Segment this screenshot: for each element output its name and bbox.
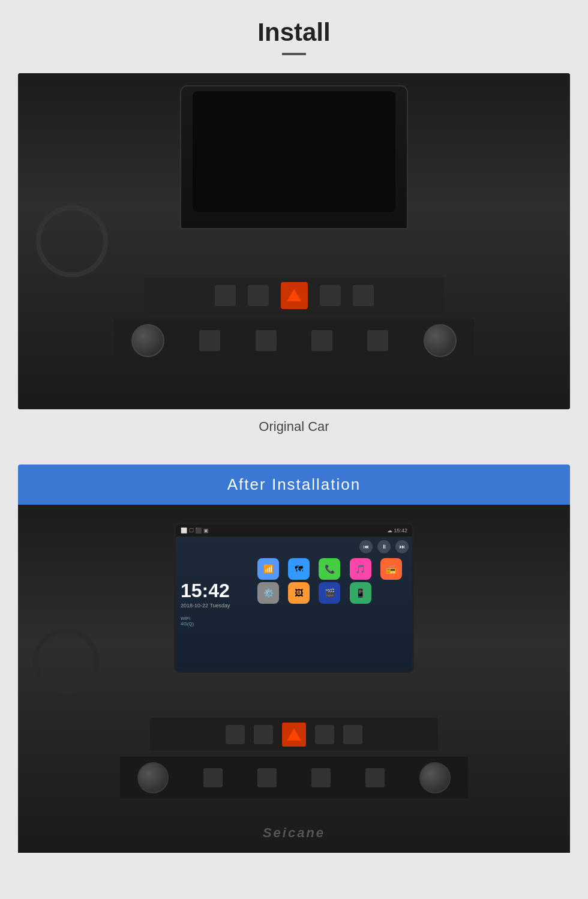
small-btn-2: [256, 330, 277, 351]
screen-status-bar: ⬜ ☐ ⬛ ▣ ☁ 15:42: [176, 525, 412, 537]
after-knob-left: [137, 762, 169, 793]
hazard-button: [281, 282, 308, 309]
next-track-btn: ⏭: [395, 540, 409, 553]
original-screen: [193, 91, 395, 212]
knob-right: [424, 324, 457, 357]
app-icon-onsetting: 📱: [350, 582, 371, 604]
after-installation-image: ⬜ ☐ ⬛ ▣ ☁ 15:42 15:42 2018-10-22 Tuesday…: [18, 505, 570, 853]
after-btn-3: [315, 725, 334, 744]
screen-date: 2018-10-22 Tuesday: [181, 603, 249, 609]
small-btn-3: [311, 330, 332, 351]
original-car-image: [18, 73, 570, 409]
after-btn-1: [226, 725, 245, 744]
screen-main: 15:42 2018-10-22 Tuesday WiFi 4G(Q) ⏮ ⏸: [176, 537, 412, 671]
after-btn-2: [254, 725, 273, 744]
prev-track-btn: ⏮: [359, 540, 373, 553]
after-installation-section: After Installation ⬜ ☐ ⬛ ▣ ☁ 15:42 15:42…: [18, 465, 570, 853]
steering-wheel: [36, 205, 108, 277]
app-icon-wallpaper: 🖼: [288, 582, 310, 604]
page-wrapper: Install: [0, 0, 588, 889]
original-car-caption: Original Car: [259, 419, 329, 434]
infotainment-screen: ⬜ ☐ ⬛ ▣ ☁ 15:42 15:42 2018-10-22 Tuesday…: [174, 523, 414, 673]
hazard-triangle-icon: [287, 289, 301, 301]
after-hazard-icon: [287, 729, 301, 741]
after-btn-4: [343, 725, 362, 744]
title-underline: [282, 53, 306, 55]
after-controls-row: [150, 718, 438, 751]
app-icon-wifi: 📶: [257, 558, 279, 580]
signal-label: 4G(Q): [181, 621, 249, 627]
app-grid: 📶 🗺 📞 🎵 📻 ⚙️ 🖼 🎬 📱: [257, 558, 409, 604]
ctrl-btn-3: [320, 285, 341, 306]
ctrl-btn-1: [215, 285, 236, 306]
dashboard-after: ⬜ ☐ ⬛ ▣ ☁ 15:42 15:42 2018-10-22 Tuesday…: [18, 505, 570, 853]
ctrl-btn-2: [248, 285, 269, 306]
after-knob-row: [120, 757, 468, 799]
page-title: Install: [257, 18, 330, 47]
seicane-watermark: Seicane: [263, 825, 325, 841]
screen-right-status: ☁ 15:42: [387, 528, 407, 534]
after-hazard-btn: [282, 723, 306, 747]
after-installation-header: After Installation: [18, 465, 570, 505]
play-pause-btn: ⏸: [377, 540, 391, 553]
screen-time: 15:42: [181, 581, 249, 600]
app-icon-phone: 📞: [319, 558, 340, 580]
app-icon-navigation: 🗺: [288, 558, 310, 580]
app-icon-video: 🎬: [319, 582, 340, 604]
wifi-info: WiFi 4G(Q): [181, 616, 249, 627]
after-small-btn-4: [365, 768, 385, 787]
dashboard-original: [18, 73, 570, 409]
steering-wheel-after: [33, 628, 99, 694]
screen-left-panel: 15:42 2018-10-22 Tuesday WiFi 4G(Q): [176, 537, 254, 671]
after-knob-right: [419, 762, 451, 793]
small-btn-4: [367, 330, 388, 351]
screen-left-status: ⬜ ☐ ⬛ ▣: [181, 528, 209, 534]
after-small-btn-1: [203, 768, 223, 787]
knob-left: [131, 324, 164, 357]
app-icon-music: 🎵: [350, 558, 371, 580]
wifi-label: WiFi: [181, 616, 249, 621]
media-controls: ⏮ ⏸ ⏭: [257, 540, 409, 553]
app-icon-radio: 📻: [380, 558, 402, 580]
after-small-btn-3: [311, 768, 331, 787]
screen-right-panel: ⏮ ⏸ ⏭ 📶 🗺 📞 🎵 📻 ⚙️ �: [254, 537, 412, 671]
after-small-btn-2: [257, 768, 277, 787]
small-btn-1: [199, 330, 220, 351]
original-screen-mount: [180, 85, 408, 229]
original-knob-row: [114, 319, 474, 361]
ctrl-btn-4: [353, 285, 374, 306]
original-controls-row: [144, 277, 444, 313]
original-car-section: Original Car: [18, 73, 570, 446]
app-icon-settings: ⚙️: [257, 582, 279, 604]
